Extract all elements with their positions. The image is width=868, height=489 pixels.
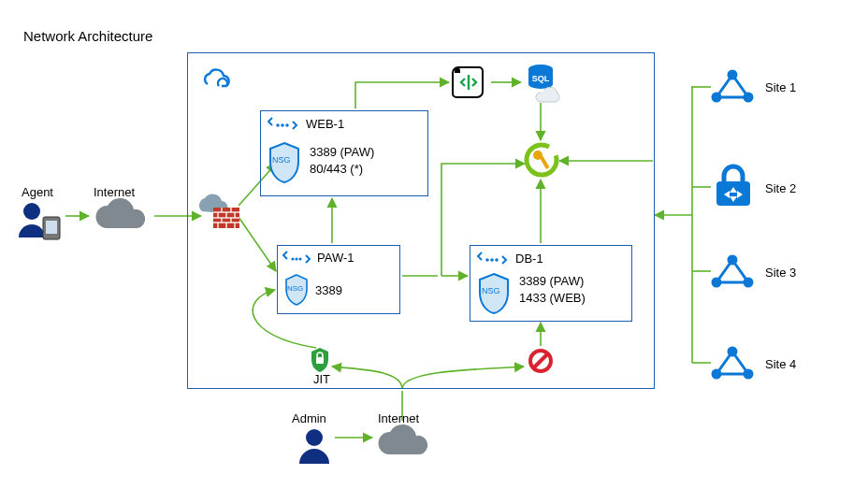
site1-label: Site 1 [765, 80, 796, 94]
lb-icon [268, 117, 297, 134]
svg-point-22 [295, 257, 297, 260]
svg-point-20 [285, 123, 289, 127]
site-node-icon [713, 256, 752, 288]
svg-point-23 [298, 257, 301, 260]
svg-point-19 [281, 123, 284, 127]
svg-point-65 [713, 279, 720, 286]
internet-left-label: Internet [94, 185, 135, 199]
db1-nsg-badge: NSG [482, 286, 500, 295]
lb-icon [283, 252, 310, 266]
site4-label: Site 4 [765, 357, 796, 371]
paw1-title: PAW-1 [317, 251, 354, 265]
svg-rect-58 [716, 181, 750, 206]
internet-cloud-icon [372, 424, 434, 462]
paw1-box: PAW-1 NSG 3389 [277, 245, 400, 314]
site-node-icon [713, 348, 752, 380]
site2-label: Site 2 [765, 181, 796, 195]
firewall-icon [195, 194, 243, 232]
internet-bottom-label: Internet [378, 411, 419, 425]
agent-label: Agent [22, 185, 53, 199]
db1-rule2: 1433 (WEB) [519, 291, 586, 305]
svg-rect-32 [540, 156, 549, 169]
jit-label: JIT [313, 372, 330, 386]
admin-user-icon [296, 426, 333, 464]
svg-rect-52 [46, 221, 57, 234]
svg-point-68 [729, 348, 736, 355]
diagram-title: Network Architecture [23, 28, 152, 46]
web1-title: WEB-1 [306, 117, 344, 131]
web1-box: WEB-1 NSG 3389 (PAW) 80/443 (*) [260, 110, 428, 196]
svg-point-50 [23, 203, 40, 220]
web1-rule2: 80/443 (*) [310, 162, 363, 176]
svg-point-24 [485, 258, 489, 262]
svg-point-69 [713, 370, 720, 378]
site-node-icon [713, 71, 752, 103]
svg-point-21 [291, 257, 294, 260]
svg-rect-47 [316, 357, 324, 364]
svg-point-56 [713, 93, 720, 101]
db1-rule1: 3389 (PAW) [519, 274, 584, 288]
svg-point-70 [745, 370, 752, 378]
key-icon [524, 142, 559, 178]
script-icon [453, 64, 488, 99]
svg-point-64 [729, 256, 736, 264]
internet-cloud-icon [90, 198, 152, 236]
svg-point-55 [729, 71, 736, 79]
paw1-rule1: 3389 [315, 283, 342, 297]
svg-text:SQL: SQL [532, 74, 550, 83]
svg-point-26 [495, 258, 499, 262]
site3-label: Site 3 [765, 266, 796, 280]
svg-point-25 [490, 258, 494, 262]
db1-title: DB-1 [515, 252, 543, 266]
svg-point-66 [745, 279, 752, 286]
agent-user-icon [17, 200, 62, 241]
sql-icon: SQL [522, 62, 563, 103]
admin-label: Admin [292, 411, 326, 425]
lb-icon [478, 252, 506, 268]
paw1-nsg-badge: NSG [287, 284, 303, 293]
web1-rule1: 3389 (PAW) [310, 145, 374, 159]
azure-cloud-icon [198, 67, 232, 92]
svg-point-57 [745, 93, 752, 101]
svg-point-53 [306, 429, 323, 446]
web1-nsg-badge: NSG [272, 155, 291, 165]
db1-box: DB-1 NSG 3389 (PAW) 1433 (WEB) [470, 245, 632, 322]
deny-icon [528, 348, 554, 374]
vnet-boundary [187, 52, 655, 389]
jit-lock-icon [309, 346, 331, 372]
vpn-gateway-icon [711, 165, 756, 209]
svg-line-49 [533, 353, 548, 368]
svg-point-18 [276, 123, 280, 127]
